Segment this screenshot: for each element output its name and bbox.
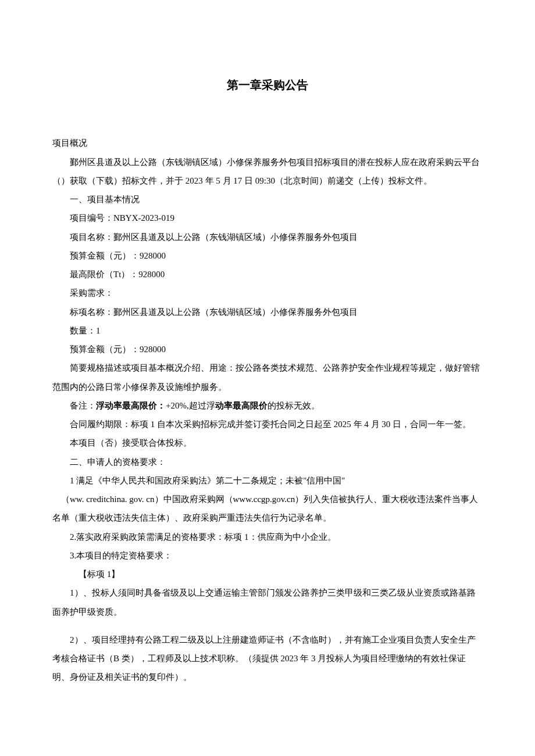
max-price: 最高限价（Tt）：928000	[52, 265, 483, 284]
contract-period: 合同履约期限：标项 1 自本次采购招标完成并签订委托合同之日起至 2025 年 …	[52, 415, 483, 433]
note-line: 备注：浮动率最高限价：+20%,超过浮动率最高限价的投标无效。	[52, 396, 483, 415]
lot-budget: 预算金额（元）：928000	[52, 340, 483, 359]
lot-1-label: 【标项 1】	[52, 565, 483, 583]
note-mid: +20%,超过浮	[166, 401, 215, 410]
requirement-1-line-1: 1 满足《中华人民共和国政府采购法》第二十二条规定；未被"信用中国"	[52, 471, 483, 490]
project-name: 项目名称：鄞州区县道及以上公路（东钱湖镇区域）小修保养服务外包项目	[52, 228, 483, 246]
specific-requirement-2: 2）、项目经理持有公路工程二级及以上注册建造师证书（不含临时），并有施工企业项目…	[52, 630, 483, 687]
requirement-2: 2.落实政府采购政策需满足的资格要求：标项 1：供应商为中小企业。	[52, 528, 483, 546]
note-prefix: 备注：	[70, 401, 96, 410]
section-2-title: 二、申请人的资格要求：	[52, 453, 483, 471]
paragraph-gap	[52, 621, 483, 630]
section-1-title: 一、项目基本情况	[52, 190, 483, 209]
budget-amount: 预算金额（元）：928000	[52, 246, 483, 265]
note-bold-2: 动率最高限价	[215, 401, 268, 410]
specific-requirement-1: 1）、投标人须同时具备省级及以上交通运输主管部门颁发公路养护三类甲级和三类乙级从…	[52, 583, 483, 621]
procurement-requirements-label: 采购需求：	[52, 284, 483, 302]
chapter-title: 第一章采购公告	[52, 77, 483, 93]
requirement-1-line-2: （ww. creditchina. gov. cn）中国政府采购网（www.cc…	[52, 490, 483, 528]
note-bold-1: 浮动率最高限价：	[96, 401, 166, 410]
lot-name: 标项名称：鄞州区县道及以上公路（东钱湖镇区域）小修保养服务外包项目	[52, 303, 483, 321]
brief-description: 简要规格描述或项目基本概况介绍、用途：按公路各类技术规范、公路养护安全作业规程等…	[52, 359, 483, 396]
quantity: 数量：1	[52, 321, 483, 340]
document-page: 第一章采购公告 项目概况 鄞州区县道及以上公路（东钱湖镇区域）小修保养服务外包项…	[0, 0, 535, 756]
consortium-line: 本项目（否）接受联合体投标。	[52, 433, 483, 452]
note-suffix: 的投标无效。	[268, 401, 320, 410]
overview-heading: 项目概况	[52, 134, 483, 152]
requirement-3: 3.本项目的特定资格要求：	[52, 546, 483, 565]
intro-paragraph: 鄞州区县道及以上公路（东钱湖镇区域）小修保养服务外包项目招标项目的潜在投标人应在…	[52, 153, 483, 191]
project-number: 项目编号：NBYX-2023-019	[52, 209, 483, 227]
